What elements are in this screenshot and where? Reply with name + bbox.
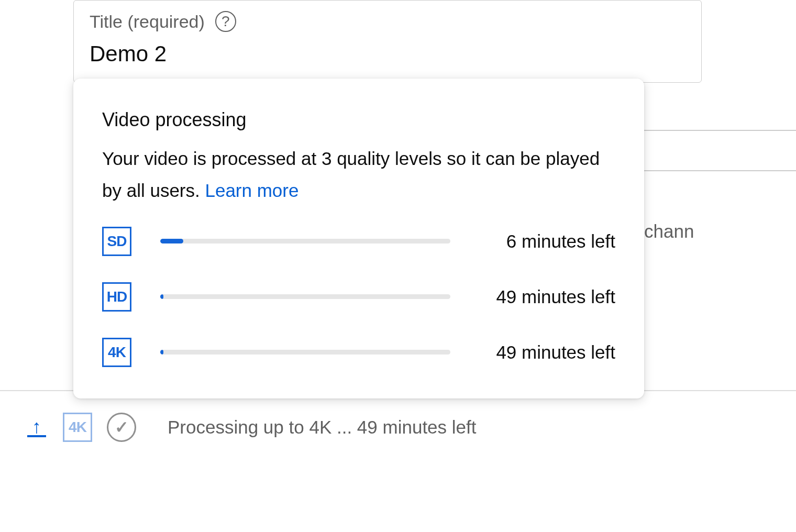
fourk-time-left: 49 minutes left	[479, 342, 615, 363]
popup-description-text: Your video is processed at 3 quality lev…	[102, 148, 600, 201]
title-label: Title (required)	[90, 12, 205, 32]
sd-time-left: 6 minutes left	[479, 231, 615, 252]
popup-title: Video processing	[102, 109, 615, 131]
help-icon[interactable]: ?	[215, 11, 236, 32]
popup-description: Your video is processed at 3 quality lev…	[102, 142, 615, 207]
background-divider	[644, 130, 796, 131]
fourk-badge-icon: 4K	[102, 338, 131, 367]
fourk-status-badge-icon: 4K	[63, 413, 92, 442]
upload-arrow-icon: ↑	[32, 417, 41, 436]
hd-progress-bar	[160, 294, 450, 299]
sd-progress-bar	[160, 239, 450, 243]
quality-row-hd: HD 49 minutes left	[102, 282, 615, 312]
background-divider	[644, 170, 796, 171]
hd-progress-fill	[160, 294, 163, 299]
hd-time-left: 49 minutes left	[479, 286, 615, 307]
quality-row-4k: 4K 49 minutes left	[102, 338, 615, 367]
sd-badge-icon: SD	[102, 227, 131, 256]
sd-progress-fill	[160, 239, 183, 243]
title-input[interactable]: Demo 2	[90, 41, 686, 66]
learn-more-link[interactable]: Learn more	[205, 180, 298, 201]
check-mark-icon: ✓	[115, 417, 129, 437]
video-processing-popup: Video processing Your video is processed…	[73, 79, 644, 398]
fourk-progress-bar	[160, 350, 450, 354]
check-circle-icon: ✓	[107, 413, 136, 442]
title-field-container[interactable]: Title (required) ? Demo 2	[73, 0, 702, 83]
upload-icon: ↑	[25, 416, 48, 439]
background-channel-text: chann	[644, 221, 694, 242]
fourk-progress-fill	[160, 350, 163, 354]
upload-line-icon	[27, 435, 46, 437]
bottom-status-bar: ↑ 4K ✓ Processing up to 4K ... 49 minute…	[25, 413, 476, 442]
hd-badge-icon: HD	[102, 282, 131, 312]
quality-row-sd: SD 6 minutes left	[102, 227, 615, 256]
title-label-row: Title (required) ?	[90, 11, 686, 32]
processing-status-text: Processing up to 4K ... 49 minutes left	[168, 417, 476, 438]
